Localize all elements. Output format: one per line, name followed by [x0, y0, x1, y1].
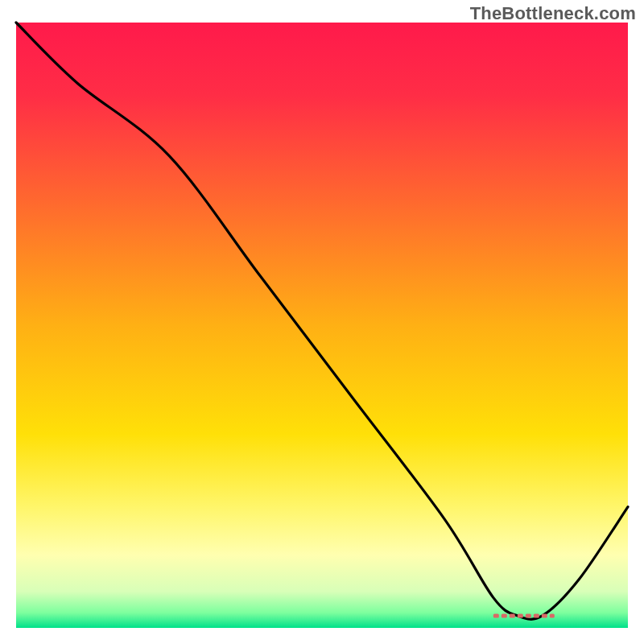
optimal-range-tick [502, 613, 507, 617]
optimal-range-tick [518, 613, 523, 617]
bottleneck-plot [0, 0, 644, 644]
optimal-range-tick [542, 613, 547, 617]
optimal-range-tick [510, 613, 515, 617]
plot-background [16, 23, 628, 628]
optimal-range-tick [493, 613, 499, 617]
optimal-range-tick [534, 613, 539, 617]
optimal-range-tick [550, 613, 555, 617]
chart-canvas: TheBottleneck.com [0, 0, 644, 644]
optimal-range-tick [526, 613, 531, 617]
